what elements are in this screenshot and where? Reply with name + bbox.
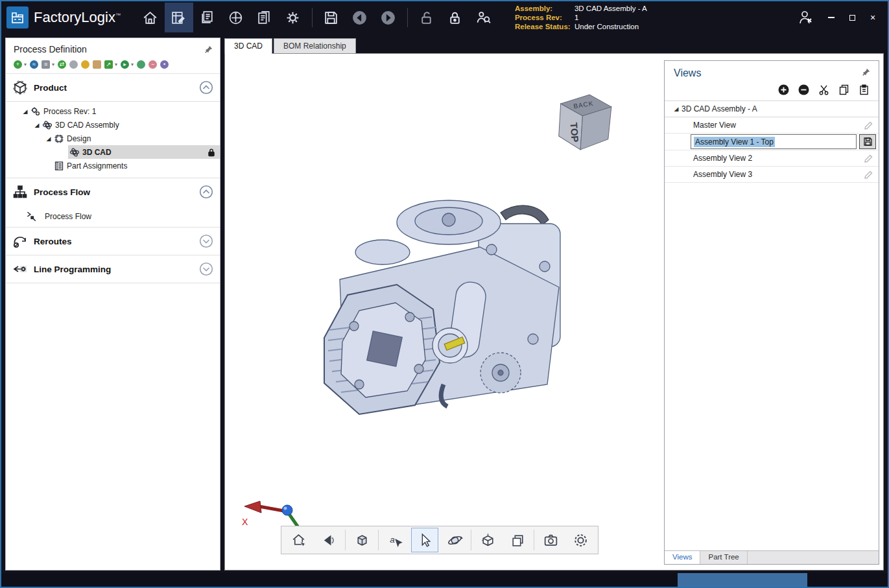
expander-icon[interactable]: ◢: [45, 135, 53, 142]
person-search-icon: [475, 10, 492, 26]
expand-down-icon[interactable]: [199, 234, 213, 248]
audit-button[interactable]: [469, 3, 498, 32]
deploy-button[interactable]: [222, 3, 250, 32]
save-view-button[interactable]: [859, 134, 876, 149]
print-icon[interactable]: ≡: [41, 60, 50, 69]
remove-view-icon[interactable]: [798, 84, 809, 95]
layers-button[interactable]: [504, 528, 531, 552]
remove-icon[interactable]: −: [148, 60, 157, 69]
tab-part-tree[interactable]: Part Tree: [700, 551, 747, 564]
user-logout-button[interactable]: [790, 3, 820, 32]
titlebar: FactoryLogix™: [1, 1, 888, 34]
export-icon[interactable]: ↗: [104, 60, 113, 69]
forward-button[interactable]: [374, 3, 403, 32]
collapse-up-icon[interactable]: [199, 80, 213, 95]
views-root-node[interactable]: ◢ 3D CAD Assembly - A: [665, 100, 879, 117]
paste-icon[interactable]: [859, 84, 870, 95]
orbit-tool-button[interactable]: [441, 528, 468, 552]
minimize-button[interactable]: [822, 9, 841, 26]
expander-icon[interactable]: ◢: [671, 106, 682, 112]
assembly-info: Assembly:3D CAD Assembly - A Process Rev…: [515, 4, 647, 31]
lock-icon: [447, 10, 463, 26]
engine-model: [287, 190, 565, 440]
views-toolbar: [665, 80, 879, 100]
flask-icon[interactable]: [81, 60, 89, 69]
unlock-button[interactable]: [412, 3, 441, 32]
process-definition-button[interactable]: [165, 3, 193, 32]
section-process-flow[interactable]: Process Flow: [6, 178, 220, 206]
visibility-button[interactable]: [315, 528, 342, 552]
shading-button[interactable]: [348, 528, 375, 552]
tree-row-cad-selected[interactable]: 3D CAD: [6, 145, 220, 159]
lamp-icon[interactable]: [69, 60, 78, 69]
print-caret-icon[interactable]: ▾: [52, 62, 54, 67]
tab-3d-cad[interactable]: 3D CAD: [224, 38, 272, 54]
close-button[interactable]: ×: [863, 9, 883, 26]
section-label-process-flow: Process Flow: [34, 187, 193, 197]
package-icon[interactable]: [93, 60, 101, 69]
home-view-button[interactable]: [285, 528, 313, 552]
view-item-2[interactable]: Assembly View 2: [665, 150, 879, 167]
home-button[interactable]: [136, 3, 165, 32]
cad-icon: [69, 147, 80, 158]
web-icon[interactable]: ≈: [30, 60, 38, 69]
svg-text:a: a: [390, 534, 395, 544]
tab-bom-relationship[interactable]: BOM Relationship: [274, 38, 356, 54]
export-caret-icon[interactable]: ▾: [115, 62, 117, 67]
process-definition-panel: Process Definition + ▾ ≈ ≡ ▾ ⇄ ↗ ▾ ▸ ▾ −…: [5, 38, 220, 570]
edit-pencil-icon[interactable]: [864, 170, 873, 180]
process-flow-icon: [12, 184, 28, 200]
globe-icon[interactable]: [137, 60, 145, 69]
process-definition-header: Process Definition: [6, 38, 220, 58]
pin-icon[interactable]: [204, 45, 213, 54]
main-toolbar: [136, 1, 498, 34]
view-item-3[interactable]: Assembly View 3: [665, 167, 879, 183]
copy-icon[interactable]: [838, 84, 849, 95]
tree-export-icon[interactable]: ▸: [121, 60, 129, 69]
view-cube[interactable]: BACK TOP: [549, 88, 617, 158]
collapse-up-icon[interactable]: [199, 185, 213, 199]
edit-pencil-icon[interactable]: [864, 121, 873, 130]
toolbar-separator: [345, 530, 346, 550]
save-button[interactable]: [317, 3, 346, 32]
factory-logo-icon: [10, 10, 25, 25]
maximize-button[interactable]: [842, 9, 862, 26]
edit-pencil-icon[interactable]: [864, 154, 873, 163]
pin-icon[interactable]: [862, 67, 871, 76]
add-caret-icon[interactable]: ▾: [24, 62, 27, 67]
tree-row-process-rev[interactable]: ◢ Process Rev: 1: [6, 104, 220, 118]
expand-down-icon[interactable]: [199, 262, 213, 276]
production-button[interactable]: [193, 3, 222, 32]
selected-row-highlight: 3D CAD: [68, 145, 220, 159]
sync-icon[interactable]: ⇄: [58, 60, 66, 69]
view-name-input[interactable]: Assembly View 1 - Top: [691, 134, 857, 149]
section-product[interactable]: Product: [6, 74, 220, 102]
section-line-programming[interactable]: Line Programming: [6, 255, 220, 283]
cut-icon[interactable]: [818, 84, 829, 95]
tab-views[interactable]: Views: [665, 551, 700, 564]
cad-viewport[interactable]: BACK TOP: [224, 53, 884, 570]
section-reroutes[interactable]: Reroutes: [6, 228, 220, 255]
select-tool-button[interactable]: [411, 528, 438, 552]
tree-row-assembly[interactable]: ◢ 3D CAD Assembly: [6, 118, 220, 132]
back-button[interactable]: [346, 3, 374, 32]
snapshot-button[interactable]: [537, 528, 564, 552]
document-tabs: 3D CAD BOM Relationship: [224, 38, 884, 54]
expander-icon[interactable]: ◢: [21, 108, 29, 115]
add-icon[interactable]: +: [14, 60, 22, 69]
viewport-settings-button[interactable]: [567, 528, 594, 552]
tree-row-design[interactable]: ◢ Design: [6, 132, 220, 145]
model-views-button[interactable]: [474, 528, 501, 552]
expander-icon[interactable]: ◢: [33, 122, 41, 128]
tree-row-part-assignments[interactable]: Part Assignments: [6, 159, 220, 172]
viewport-gear-icon: [573, 532, 589, 548]
tree-row-process-flow[interactable]: Process Flow: [6, 206, 220, 228]
view-item-master[interactable]: Master View: [665, 117, 879, 134]
record-icon[interactable]: •: [160, 60, 169, 69]
lock-button[interactable]: [441, 3, 469, 32]
tree-caret-icon[interactable]: ▾: [131, 62, 134, 67]
label-tool-button[interactable]: a: [381, 528, 409, 552]
settings-button[interactable]: [279, 3, 307, 32]
documents-button[interactable]: [250, 3, 279, 32]
add-view-icon[interactable]: [778, 84, 789, 95]
